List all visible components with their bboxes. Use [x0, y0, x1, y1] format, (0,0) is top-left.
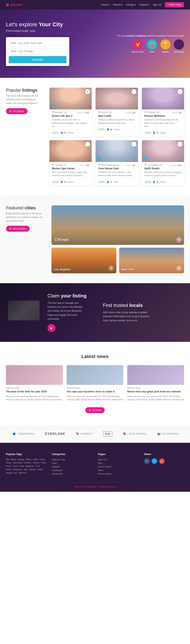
card-footer-1: ★ 7.1 👤 Closed [52, 130, 89, 134]
favorite-button-5[interactable]: ♥ [132, 142, 136, 146]
footer-page-news[interactable]: News [98, 469, 138, 472]
city-card-ny[interactable]: New York ▼ [119, 248, 184, 273]
city-card-la[interactable]: Los Angeles ▼ [51, 248, 116, 273]
news-card-3[interactable]: Directory News Never miss any great post… [127, 365, 184, 401]
near-input[interactable] [19, 50, 64, 52]
googleplus-button[interactable]: g+ [159, 458, 165, 464]
favorite-button-2[interactable]: ♥ [132, 89, 136, 94]
city-card-chicago[interactable]: Chicago ▼ [51, 206, 184, 245]
pin-icon-5: 📍 [98, 164, 100, 166]
tag-great[interactable]: Great, [13, 465, 18, 467]
card-name-1: Green Life Spa ✔ [52, 114, 89, 117]
tag-hotel[interactable]: Hotel, [19, 465, 25, 467]
nav-listings[interactable]: Listings ▾ [126, 3, 136, 6]
listing-card-1[interactable]: ♥ ✓ 📍 Brooklyn, US ★★★★ $$$$ Gr [49, 88, 92, 136]
hotel-icon: 🏨 [147, 39, 157, 50]
tag-clean[interactable]: Clean, [6, 462, 12, 464]
listing-card-2[interactable]: ♥ 📍 Denver, CO ★★★ $$$ Spa Castle [96, 88, 138, 136]
tag-beach[interactable]: Beach, [11, 458, 17, 460]
find-input[interactable] [18, 42, 64, 44]
news-card-1[interactable]: Claim Business The best of the best for … [6, 365, 63, 401]
all-listings-button[interactable]: ⊕ All Listings [6, 108, 28, 114]
favorite-button-1[interactable]: ♥ [85, 89, 90, 94]
tag-vegan[interactable]: Vegan, [37, 468, 43, 470]
tag-wellness[interactable]: Wellness [19, 472, 27, 474]
rating-badge-3: ★ 7.1 [144, 131, 151, 134]
tag-weightlose[interactable]: Weight Lose, [6, 472, 17, 474]
twitter-button[interactable]: t [152, 458, 157, 464]
nav-search[interactable]: Search ▾ [113, 3, 122, 6]
listing-card-5[interactable]: ♥ ✓ 📍 West Higgins Road,... ★★★ $$$ [96, 140, 138, 186]
tag-relax[interactable]: Relax, [6, 468, 12, 470]
tag-biking[interactable]: Biking, [26, 458, 32, 460]
news-card-2[interactable]: Claim Business You saw your business her… [67, 365, 124, 401]
listing-card-4[interactable]: ♥ 📍 Chicago, US ★★★ $$$ Wudoo Spa Center [49, 140, 92, 186]
cat-beauty-spa[interactable]: 💆 Beauty & Spa [132, 39, 144, 53]
tag-cardio[interactable]: Cardio, [39, 458, 46, 460]
footer-cat-beauty[interactable]: Beauty & Spa [52, 458, 92, 461]
cat-nightlife[interactable]: 🍸 Nightlife [160, 39, 171, 53]
popular-title: Popular listings [6, 88, 42, 93]
all-locations-button[interactable]: ⊕ All Locations [6, 226, 30, 232]
popular-section-wrapper: Popular listings The most visited places… [6, 88, 184, 186]
favorite-button-6[interactable]: ♥ [178, 142, 182, 146]
chicago-nav-btn[interactable]: ▼ [176, 237, 182, 242]
tag-food[interactable]: Food, [41, 462, 46, 464]
tag-fastfood[interactable]: Fast Food, [13, 462, 22, 464]
footer-page-howto[interactable]: How it works? [98, 466, 138, 468]
cat-restaurant[interactable]: ✂ Restaurant [174, 39, 184, 53]
tag-beauty[interactable]: Beauty, [18, 458, 25, 460]
cat-hotel[interactable]: 🏨 Hotel [147, 39, 157, 53]
price-1: $$$$ [85, 112, 89, 114]
footer-col-share: Share f t g+ [144, 453, 184, 476]
all-news-button[interactable]: ⊕ All News [85, 407, 105, 413]
tag-spa[interactable]: Spa, [24, 468, 28, 470]
verified-badge-5: ✓ [97, 157, 101, 160]
footer-cat-nightlife[interactable]: Nightlife [52, 466, 92, 468]
tag-caffe[interactable]: Caffe, [33, 458, 38, 460]
favorite-button-4[interactable]: ♥ [85, 142, 90, 146]
footer-page-about[interactable]: About Us [98, 458, 138, 461]
tag-pool[interactable]: Pool, [36, 465, 40, 467]
hero-search-button[interactable]: Search [9, 56, 66, 63]
tag-fitness[interactable]: Fitness, [33, 462, 40, 464]
footer-page-blog[interactable]: Blog [98, 462, 138, 464]
near-row: Near: [9, 48, 66, 54]
facebook-button[interactable]: f [144, 458, 150, 464]
footer-pages-title: Pages [98, 453, 138, 456]
ny-nav-btn[interactable]: ▼ [176, 266, 182, 271]
listing-card-3[interactable]: ♥ 📍 Charlotte, NC ★★★ $$$ Parlour Wellne… [142, 88, 184, 136]
favorite-button-3[interactable]: ♥ [178, 89, 182, 94]
claim-play-button[interactable]: ▶ [48, 324, 55, 332]
footer-cat-hotel[interactable]: Hotel [52, 462, 92, 464]
ny-name: New York [122, 268, 134, 271]
card-location-1: 📍 Brooklyn, US [52, 112, 66, 114]
card-body-3: 📍 Charlotte, NC ★★★ $$$ Parlour Wellness… [142, 110, 184, 136]
footer-cat-recreation[interactable]: Recreation [52, 469, 92, 472]
add-listing-button[interactable]: + Add Listing [165, 2, 184, 7]
status-dot-6 [157, 181, 158, 182]
footer-page-privacy[interactable]: Privacy Policy [98, 472, 138, 475]
hero-search-form: Find: Near: Search [6, 37, 69, 66]
tag-fresh[interactable]: Fresh, [6, 465, 12, 467]
tag-medicare[interactable]: Medicare, [26, 465, 34, 467]
rating-badge-6: ★ 1.9 [144, 180, 151, 184]
popular-title-prefix: Popular [6, 88, 22, 92]
listing-card-6[interactable]: ♥ ✓ 📍 Los Angeles, CA ★★★★ $$$$ [142, 140, 184, 186]
person-icon-5: 👤 [107, 181, 109, 183]
tag-surfing[interactable]: Surfing, [29, 468, 36, 470]
tag-relaxation[interactable]: Relaxation, [13, 468, 23, 470]
logo[interactable]: ◉ lisner [6, 2, 23, 7]
card-image-3: ♥ [142, 88, 184, 110]
nav-explore[interactable]: Explore ▾ [139, 3, 149, 6]
nav-signup[interactable]: Sign Up [153, 3, 161, 6]
footer-cat-restaurant[interactable]: Restaurant [52, 472, 92, 475]
tag-bar[interactable]: Bar, [6, 458, 10, 460]
la-nav-btn[interactable]: ▼ [109, 266, 114, 271]
news-image-1 [6, 365, 63, 385]
nav-home[interactable]: Home ▾ [101, 3, 109, 6]
person-icon-1: 👤 [61, 132, 63, 134]
tag-fatburn[interactable]: Fat Burn, [24, 462, 32, 464]
rating-badge-2: ★ 7.1 [98, 128, 105, 131]
section-header-popular: Popular listings The most visited places… [6, 88, 42, 114]
